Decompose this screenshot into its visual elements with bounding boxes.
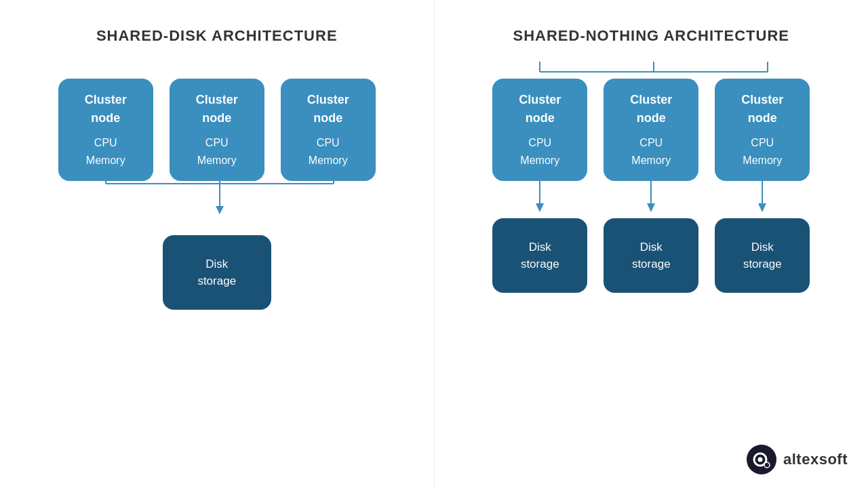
shared-nothing-title: SHARED-NOTHING ARCHITECTURE	[513, 27, 789, 45]
sn-storage-3-label: Diskstorage	[743, 239, 782, 273]
sn-node-3-title: Clusternode	[741, 91, 783, 127]
svg-point-18	[764, 462, 770, 468]
node-3-title: Clusternode	[307, 91, 349, 127]
sn-arrow-1	[533, 181, 547, 218]
sn-node-1-sub: CPUMemory	[520, 134, 559, 169]
node-3-sub: CPUMemory	[309, 134, 348, 169]
shared-nothing-section: SHARED-NOTHING ARCHITECTURE Clusternode	[435, 0, 869, 488]
sn-arrow-2	[644, 181, 658, 218]
shared-disk-title: SHARED-DISK ARCHITECTURE	[96, 27, 338, 45]
svg-marker-15	[758, 203, 766, 212]
shared-nothing-node-3: Clusternode CPUMemory	[715, 79, 810, 181]
main-container: SHARED-DISK ARCHITECTURE	[0, 0, 868, 488]
node-2-title: Clusternode	[196, 91, 238, 127]
shared-nothing-node-2: Clusternode CPUMemory	[604, 79, 698, 181]
logo-text: altexsoft	[783, 451, 848, 468]
shared-nothing-storage-2: Diskstorage	[604, 218, 698, 293]
shared-nothing-node-1: Clusternode CPUMemory	[492, 79, 587, 181]
sn-storage-1-label: Diskstorage	[521, 239, 559, 273]
node-1-title: Clusternode	[85, 91, 127, 127]
node-2-sub: CPUMemory	[197, 134, 237, 169]
sn-storage-2-label: Diskstorage	[632, 239, 671, 273]
shared-disk-node-1: Clusternode CPUMemory	[58, 79, 153, 181]
shared-disk-node-3: Clusternode CPUMemory	[281, 79, 376, 181]
shared-disk-node-2: Clusternode CPUMemory	[170, 79, 264, 181]
svg-marker-5	[216, 206, 224, 214]
svg-marker-13	[647, 203, 655, 212]
shared-nothing-storage-3: Diskstorage	[715, 218, 810, 293]
svg-marker-11	[536, 203, 544, 212]
node-1-sub: CPUMemory	[86, 134, 125, 169]
sn-node-3-sub: CPUMemory	[743, 134, 782, 169]
sn-node-1-title: Clusternode	[519, 91, 561, 127]
sn-arrow-3	[755, 181, 769, 218]
shared-nothing-inner: Clusternode CPUMemory Diskstorage	[435, 79, 869, 293]
shared-disk-inner: Clusternode CPUMemory Clusternode CPUMem…	[0, 79, 434, 310]
sn-node-2-sub: CPUMemory	[631, 134, 671, 169]
sn-node-2-title: Clusternode	[630, 91, 672, 127]
shared-disk-section: SHARED-DISK ARCHITECTURE	[0, 0, 435, 488]
shared-nothing-storage-1: Diskstorage	[492, 218, 587, 293]
logo-icon	[747, 445, 776, 474]
shared-disk-storage: Diskstorage	[163, 235, 271, 310]
storage-label: Diskstorage	[197, 256, 236, 290]
svg-point-17	[758, 458, 763, 462]
logo-area: altexsoft	[747, 445, 848, 474]
